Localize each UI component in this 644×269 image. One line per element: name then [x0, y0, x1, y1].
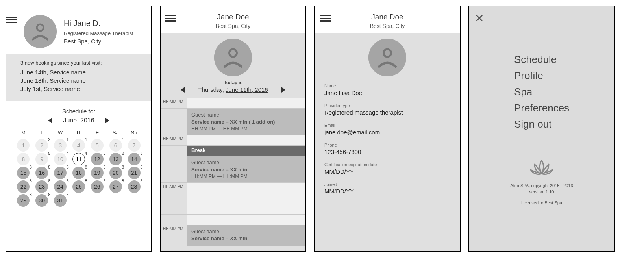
booking-guest: Guest name — [191, 160, 302, 165]
calendar-day[interactable]: 28 — [128, 180, 141, 193]
page-title: Jane Doe — [161, 13, 305, 21]
profile-field: Emailjane.doe@email.com — [324, 123, 450, 135]
month-picker[interactable]: June, 2016 — [63, 117, 94, 124]
new-bookings-panel: 3 new bookings since your last visit: Ju… — [6, 54, 151, 101]
booking-service: Service name – XX min — [191, 236, 302, 241]
calendar-day[interactable]: 23 — [35, 180, 48, 193]
booking-service: Service name – XX min — [191, 167, 302, 173]
new-booking-line[interactable]: June 14th, Service name — [20, 69, 144, 76]
time-label — [161, 215, 187, 225]
date-picker[interactable]: Thursday, June 11th, 2016 — [198, 86, 268, 93]
timeline-slot-empty[interactable] — [187, 215, 305, 225]
timeline-slot-empty[interactable] — [187, 135, 305, 145]
calendar-day[interactable]: 4 — [72, 139, 85, 152]
calendar-day[interactable]: 19 — [91, 167, 104, 179]
role-text: Registered Massage Therapist — [64, 30, 133, 36]
calendar-day[interactable]: 2 — [35, 139, 48, 152]
spa-text: Best Spa, City — [64, 38, 133, 45]
menu-item-profile[interactable]: Profile — [514, 70, 569, 82]
menu-icon[interactable] — [320, 13, 331, 23]
calendar-day[interactable]: 18 — [72, 167, 85, 179]
field-value: Jane Lisa Doe — [324, 89, 450, 96]
calendar-day[interactable]: 17 — [54, 167, 67, 179]
calendar-day[interactable]: 26 — [91, 180, 104, 193]
calendar-day[interactable]: 30 — [35, 194, 48, 207]
timeline-booking[interactable]: Guest nameService name – XX min ( 1 add-… — [187, 109, 305, 135]
avatar[interactable] — [24, 15, 57, 48]
close-icon[interactable]: ✕ — [475, 12, 484, 25]
new-booking-line[interactable]: July 1st, Service name — [20, 85, 144, 92]
calendar-dow: T — [33, 130, 51, 138]
calendar-day[interactable]: 25 — [72, 180, 85, 193]
calendar-day[interactable]: 21 — [128, 167, 141, 179]
calendar-day-badge: 8 — [122, 165, 124, 169]
calendar-day-badge: 6 — [104, 151, 106, 156]
timeline-booking[interactable]: Guest nameService name – XX min — [187, 225, 305, 246]
timeline-slot-empty[interactable] — [187, 183, 305, 193]
calendar-day-badge: 2 — [122, 151, 124, 156]
spa-text: Best Spa, City — [161, 23, 305, 29]
calendar-day[interactable]: 8 — [17, 153, 30, 165]
next-month-icon[interactable] — [105, 118, 109, 123]
new-booking-line[interactable]: June 18th, Service name — [20, 77, 144, 84]
calendar-day[interactable]: 20 — [109, 167, 122, 179]
menu-icon[interactable] — [6, 15, 17, 25]
today-label: Today is — [161, 80, 305, 85]
avatar[interactable] — [368, 39, 406, 76]
booking-guest: Guest name — [191, 228, 302, 234]
calendar-day-badge: 2 — [48, 137, 50, 142]
calendar-day[interactable]: 12 — [91, 153, 104, 165]
calendar-dow: M — [14, 130, 33, 138]
calendar-day[interactable]: 13 — [109, 153, 122, 165]
timeline[interactable]: HH:MM PMGuest nameService name – XX min … — [161, 98, 305, 251]
field-value: MM/DD/YY — [324, 168, 450, 175]
time-label — [161, 146, 187, 156]
timeline-slot-empty[interactable] — [187, 204, 305, 214]
profile-field: NameJane Lisa Doe — [324, 83, 450, 96]
licensed-text: Licensed to Best Spa — [521, 200, 562, 205]
prev-day-icon[interactable] — [181, 87, 185, 93]
time-label — [161, 156, 187, 182]
calendar-day-badge: 1 — [67, 137, 69, 142]
calendar-day[interactable]: 31 — [54, 194, 67, 207]
calendar-day[interactable]: 1 — [17, 139, 30, 152]
calendar-day[interactable]: 11 — [72, 153, 85, 165]
calendar-day[interactable]: 6 — [109, 139, 122, 152]
menu-item-sign-out[interactable]: Sign out — [514, 118, 569, 130]
avatar[interactable] — [214, 39, 252, 76]
calendar-day[interactable]: 7 — [128, 139, 141, 152]
next-day-icon[interactable] — [281, 87, 285, 93]
calendar-day[interactable]: 16 — [35, 167, 48, 179]
calendar-day-badge: 8 — [122, 179, 124, 183]
calendar-day[interactable]: 14 — [128, 153, 141, 165]
profile-field: JoinedMM/DD/YY — [324, 182, 450, 195]
field-value: 123-456-7890 — [324, 148, 450, 155]
calendar-day-badge: 8 — [85, 179, 87, 183]
calendar-dow: Th — [70, 130, 88, 138]
time-label — [161, 204, 187, 214]
calendar-day-badge: 8 — [30, 179, 32, 183]
timeline-slot-empty[interactable] — [187, 98, 305, 108]
menu-item-preferences[interactable]: Preferences — [514, 102, 569, 114]
screen-schedule-calendar: Hi Jane D. Registered Massage Therapist … — [6, 6, 152, 252]
calendar-day-badge: 8 — [30, 165, 32, 169]
calendar-day[interactable]: 27 — [109, 180, 122, 193]
notif-intro: 3 new bookings since your last visit: — [20, 60, 144, 66]
menu-item-schedule[interactable]: Schedule — [514, 54, 569, 66]
calendar-day[interactable]: 10 — [54, 153, 67, 165]
calendar-day[interactable]: 15 — [17, 167, 30, 179]
time-label: HH:MM PM — [161, 183, 187, 193]
calendar-day[interactable]: 24 — [54, 180, 67, 193]
calendar-day[interactable]: 3 — [54, 139, 67, 152]
menu-icon[interactable] — [165, 13, 176, 23]
prev-month-icon[interactable] — [48, 118, 52, 123]
calendar-day[interactable]: 9 — [35, 153, 48, 165]
calendar-day[interactable]: 5 — [91, 139, 104, 152]
calendar-day[interactable]: 22 — [17, 180, 30, 193]
field-label: Certification expiration date — [324, 162, 450, 167]
timeline-booking[interactable]: Guest nameService name – XX minHH:MM PM … — [187, 156, 305, 182]
menu-item-spa[interactable]: Spa — [514, 86, 569, 98]
timeline-slot-empty[interactable] — [187, 193, 305, 204]
calendar-day[interactable]: 29 — [17, 194, 30, 207]
timeline-break[interactable]: Break — [187, 146, 305, 156]
